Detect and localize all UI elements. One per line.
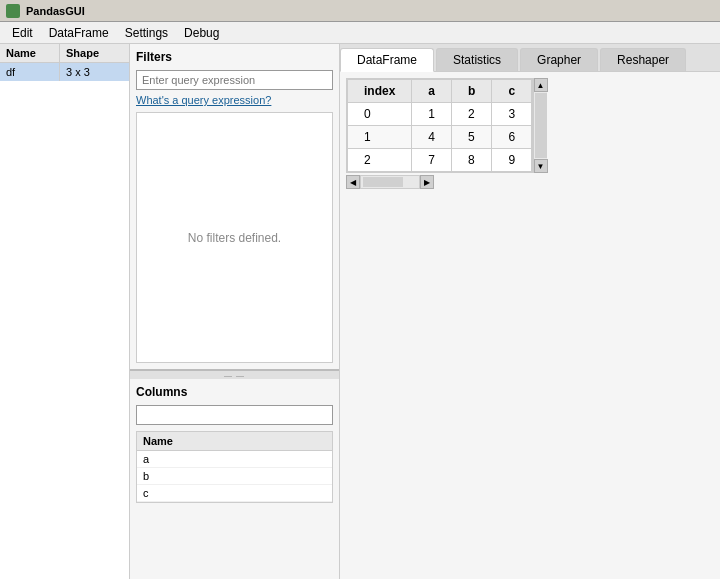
columns-row-b: b xyxy=(137,468,332,485)
file-list-row[interactable]: df 3 x 3 xyxy=(0,63,129,81)
df-table-wrapper: index a b c 0 1 2 xyxy=(346,78,533,173)
cell-2-c: 9 xyxy=(492,149,532,172)
file-list-panel: Name Shape df 3 x 3 xyxy=(0,44,130,579)
cell-0-b: 2 xyxy=(452,103,492,126)
cell-2-a: 7 xyxy=(412,149,452,172)
menu-edit[interactable]: Edit xyxy=(4,24,41,42)
tab-grapher[interactable]: Grapher xyxy=(520,48,598,71)
cell-1-b: 5 xyxy=(452,126,492,149)
cell-1-c: 6 xyxy=(492,126,532,149)
right-panel: DataFrame Statistics Grapher Reshaper xyxy=(340,44,720,579)
df-outer: index a b c 0 1 2 xyxy=(346,78,714,189)
vertical-scrollbar[interactable]: ▲ ▼ xyxy=(533,78,547,173)
file-list-header: Name Shape xyxy=(0,44,129,63)
filters-title: Filters xyxy=(136,50,333,64)
cell-0-a: 1 xyxy=(412,103,452,126)
df-table: index a b c 0 1 2 xyxy=(347,79,532,172)
col-header-b: b xyxy=(452,80,492,103)
scrollbar-right-arrow[interactable]: ▶ xyxy=(420,175,434,189)
columns-search-input[interactable] xyxy=(136,405,333,425)
filters-empty-box: No filters defined. xyxy=(136,112,333,363)
file-list-row-name: df xyxy=(0,63,60,81)
cell-1-a: 4 xyxy=(412,126,452,149)
columns-table-header: Name xyxy=(137,432,332,451)
tabs-bar: DataFrame Statistics Grapher Reshaper xyxy=(340,44,720,72)
horizontal-scrollbar[interactable]: ◀ ▶ xyxy=(346,175,714,189)
scrollbar-thumb[interactable] xyxy=(535,93,547,158)
scrollbar-left-arrow[interactable]: ◀ xyxy=(346,175,360,189)
filters-help-link[interactable]: What's a query expression? xyxy=(136,94,333,106)
tab-dataframe[interactable]: DataFrame xyxy=(340,48,434,72)
cell-2-index: 2 xyxy=(348,149,412,172)
h-scrollbar-thumb[interactable] xyxy=(363,177,403,187)
cell-2-b: 8 xyxy=(452,149,492,172)
title-bar: PandasGUI xyxy=(0,0,720,22)
app-icon xyxy=(6,4,20,18)
menu-dataframe[interactable]: DataFrame xyxy=(41,24,117,42)
tab-reshaper[interactable]: Reshaper xyxy=(600,48,686,71)
columns-section: Columns Name a b c xyxy=(130,379,339,579)
scrollbar-up-arrow[interactable]: ▲ xyxy=(534,78,548,92)
file-list-row-shape: 3 x 3 xyxy=(60,63,96,81)
main-container: Name Shape df 3 x 3 Filters What's a que… xyxy=(0,44,720,579)
dataframe-content: index a b c 0 1 2 xyxy=(340,72,720,579)
menu-debug[interactable]: Debug xyxy=(176,24,227,42)
col-header-c: c xyxy=(492,80,532,103)
resize-handle[interactable]: — — xyxy=(130,371,339,379)
middle-panel: Filters What's a query expression? No fi… xyxy=(130,44,340,579)
filters-input[interactable] xyxy=(136,70,333,90)
col-header-a: a xyxy=(412,80,452,103)
filters-empty-text: No filters defined. xyxy=(188,231,281,245)
columns-row-c: c xyxy=(137,485,332,502)
df-table-and-vscroll: index a b c 0 1 2 xyxy=(346,78,714,173)
cell-0-c: 3 xyxy=(492,103,532,126)
h-scrollbar-track[interactable] xyxy=(360,175,420,189)
columns-title: Columns xyxy=(136,385,333,399)
file-list-header-name: Name xyxy=(0,44,60,62)
menu-bar: Edit DataFrame Settings Debug xyxy=(0,22,720,44)
app-title: PandasGUI xyxy=(26,5,85,17)
columns-row-a: a xyxy=(137,451,332,468)
file-list-header-shape: Shape xyxy=(60,44,105,62)
cell-1-index: 1 xyxy=(348,126,412,149)
cell-0-index: 0 xyxy=(348,103,412,126)
filters-section: Filters What's a query expression? No fi… xyxy=(130,44,339,371)
table-row: 2 7 8 9 xyxy=(348,149,532,172)
table-row: 0 1 2 3 xyxy=(348,103,532,126)
tab-statistics[interactable]: Statistics xyxy=(436,48,518,71)
columns-table: Name a b c xyxy=(136,431,333,503)
col-header-index: index xyxy=(348,80,412,103)
menu-settings[interactable]: Settings xyxy=(117,24,176,42)
scrollbar-down-arrow[interactable]: ▼ xyxy=(534,159,548,173)
table-row: 1 4 5 6 xyxy=(348,126,532,149)
